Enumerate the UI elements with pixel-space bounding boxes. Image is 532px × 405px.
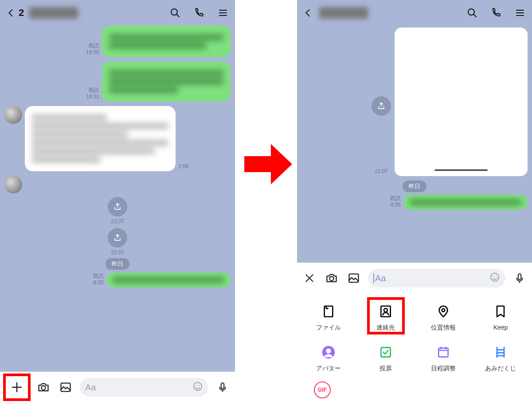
svg-point-1 xyxy=(41,386,45,390)
message-input[interactable]: Aa xyxy=(368,269,505,287)
message-in[interactable]: 2:06 xyxy=(4,106,231,171)
avatar-icon xyxy=(321,344,336,360)
share-icon[interactable] xyxy=(108,197,127,216)
menu-item-label: あみだくじ xyxy=(485,365,516,373)
message-meta: 既読 8:55 xyxy=(390,195,401,208)
file-icon xyxy=(321,303,336,319)
chat-header: 2 xyxy=(0,0,235,26)
chat-title-redacted xyxy=(319,7,368,19)
share-attachment[interactable]: 22:07 xyxy=(4,197,231,224)
home-indicator xyxy=(434,169,488,171)
search-icon[interactable] xyxy=(466,6,479,20)
svg-point-16 xyxy=(384,308,387,312)
avatar[interactable] xyxy=(4,106,22,124)
svg-rect-20 xyxy=(381,347,391,357)
camera-button[interactable] xyxy=(324,270,340,286)
menu-item-poll[interactable]: 投票 xyxy=(357,344,415,373)
message-meta: 既読 18:50 xyxy=(86,43,99,55)
message-out[interactable]: 既読 8:55 xyxy=(301,195,528,210)
schedule-icon xyxy=(435,344,451,360)
share-time: 22:07 xyxy=(111,218,124,224)
svg-rect-13 xyxy=(518,274,521,279)
date-separator: 昨日 xyxy=(4,258,231,270)
share-time: 22:07 xyxy=(111,249,124,256)
transition-arrow-icon xyxy=(242,138,295,191)
compose-bar: Aa xyxy=(0,372,235,403)
avatar[interactable] xyxy=(4,176,22,193)
gallery-button[interactable] xyxy=(58,379,74,395)
message-time: 22:07 xyxy=(375,168,388,174)
chat-body: 既読 18:50 既読 18:51 xyxy=(0,26,235,372)
gallery-button[interactable] xyxy=(346,270,362,286)
contact-icon xyxy=(378,303,394,319)
message-bubble xyxy=(106,272,231,287)
menu-item-avatar[interactable]: アバター xyxy=(300,344,357,373)
svg-point-12 xyxy=(496,276,497,277)
message-bubble xyxy=(102,62,231,102)
menu-item-label: 日程調整 xyxy=(431,365,456,373)
message-out[interactable]: 既読 18:51 xyxy=(4,62,231,102)
message-out[interactable]: 既読 8:55 xyxy=(4,272,231,287)
message-bubble xyxy=(102,26,231,57)
emoji-icon[interactable] xyxy=(192,381,203,394)
menu-item-label: Keep xyxy=(493,324,508,331)
camera-button[interactable] xyxy=(35,379,51,395)
chat-title-redacted xyxy=(29,7,78,19)
menu-item-location[interactable]: 位置情報 xyxy=(415,303,472,332)
call-icon[interactable] xyxy=(489,6,503,20)
menu-item-label: 投票 xyxy=(379,365,392,373)
menu-item-file[interactable]: ファイル xyxy=(300,303,357,332)
share-attachment[interactable]: 22:07 xyxy=(4,228,231,256)
compose-bar: Aa xyxy=(297,263,532,294)
attachment-menu: ファイル連絡先位置情報Keepアバター投票日程調整あみだくじ GIF xyxy=(297,294,532,403)
gif-button[interactable]: GIF xyxy=(314,381,331,398)
attach-button[interactable] xyxy=(4,375,29,400)
image-bubble[interactable] xyxy=(395,28,528,176)
unread-count: 2 xyxy=(19,7,24,19)
svg-point-5 xyxy=(199,385,200,386)
share-icon[interactable] xyxy=(108,228,127,248)
message-out[interactable]: 既読 18:50 xyxy=(4,26,231,57)
chat-header xyxy=(297,0,532,26)
menu-item-label: 連絡先 xyxy=(376,324,395,332)
svg-point-11 xyxy=(493,276,494,277)
share-icon[interactable] xyxy=(372,96,391,116)
right-screenshot: 22:07 昨日 既読 8:55 xyxy=(297,0,532,403)
back-button[interactable] xyxy=(302,7,314,19)
keep-icon xyxy=(493,303,509,319)
message-meta: 既読 8:55 xyxy=(93,273,104,286)
message-input[interactable]: Aa xyxy=(80,378,208,397)
input-placeholder: Aa xyxy=(85,382,96,393)
search-icon[interactable] xyxy=(168,6,182,20)
poll-icon xyxy=(378,344,394,360)
left-screenshot: 2 既読 18:50 xyxy=(0,0,235,403)
message-bubble xyxy=(403,195,528,210)
svg-point-3 xyxy=(194,382,202,390)
close-attach-button[interactable] xyxy=(301,270,317,286)
svg-point-8 xyxy=(329,277,333,281)
emoji-icon[interactable] xyxy=(489,272,500,285)
mic-button[interactable] xyxy=(215,379,231,395)
message-time: 2:06 xyxy=(178,163,188,169)
date-separator: 昨日 xyxy=(301,181,528,192)
back-button[interactable] xyxy=(5,7,17,19)
menu-item-label: 位置情報 xyxy=(431,324,456,332)
message-meta: 既読 18:51 xyxy=(86,87,99,100)
menu-item-contact[interactable]: 連絡先 xyxy=(357,303,415,332)
svg-rect-15 xyxy=(381,306,391,317)
svg-point-10 xyxy=(491,273,499,281)
menu-icon[interactable] xyxy=(216,6,230,20)
menu-item-label: ファイル xyxy=(316,324,341,332)
avatar-row xyxy=(4,176,231,193)
svg-point-17 xyxy=(442,309,445,312)
menu-item-keep[interactable]: Keep xyxy=(472,303,530,332)
svg-point-19 xyxy=(326,349,331,354)
image-message[interactable]: 22:07 xyxy=(301,28,528,176)
call-icon[interactable] xyxy=(192,6,206,20)
menu-item-label: アバター xyxy=(316,365,341,373)
menu-item-schedule[interactable]: 日程調整 xyxy=(415,344,472,373)
mic-button[interactable] xyxy=(512,270,528,286)
menu-icon[interactable] xyxy=(513,6,527,20)
menu-item-ladder[interactable]: あみだくじ xyxy=(472,344,530,373)
svg-rect-6 xyxy=(221,383,224,389)
